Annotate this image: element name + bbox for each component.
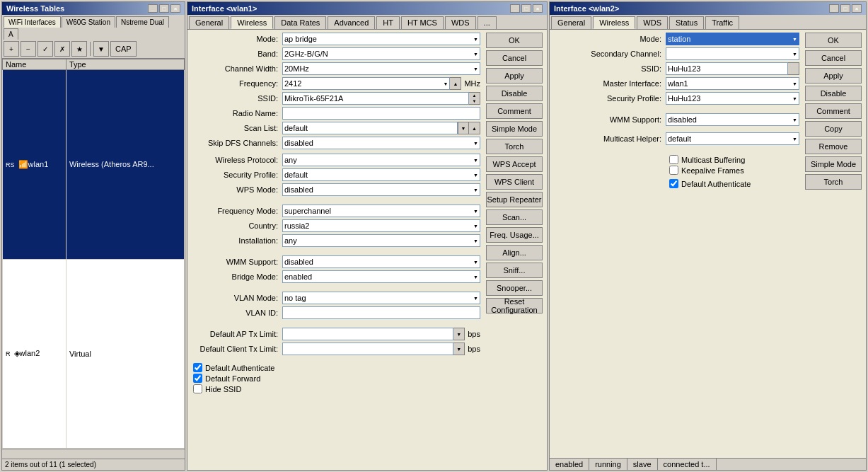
frequency-select[interactable]: 2412 ▼ <box>282 77 450 90</box>
master-interface-select[interactable]: wlan1 ▼ <box>666 77 799 90</box>
default-forward-checkbox[interactable] <box>193 374 202 383</box>
iface1-close-btn[interactable]: × <box>533 4 543 13</box>
scan-list-arrow1[interactable]: ▼ <box>458 122 469 134</box>
tab-data-rates[interactable]: Data Rates <box>274 16 326 29</box>
tab2-traffic[interactable]: Traffic <box>705 16 739 29</box>
apply2-button[interactable]: Apply <box>805 68 862 84</box>
tab2-general[interactable]: General <box>551 16 591 29</box>
table-row[interactable]: R ◈wlan2 Virtual <box>3 259 185 449</box>
iface1-minimize-btn[interactable]: _ <box>510 4 520 13</box>
maximize-btn[interactable]: □ <box>159 4 169 13</box>
vlan-id-input[interactable]: 1 <box>282 306 480 319</box>
tab-extra[interactable]: A <box>4 28 18 40</box>
cross-button[interactable]: ✗ <box>54 41 70 57</box>
radio-name-input[interactable]: CC2DE065F21A <box>282 107 480 120</box>
disable-button[interactable]: Disable <box>486 86 543 101</box>
ap-tx-select[interactable] <box>282 328 453 340</box>
ssid2-scroll-btn[interactable] <box>788 62 799 75</box>
tab2-wireless[interactable]: Wireless <box>593 16 635 29</box>
reset-config-button[interactable]: Reset Configuration <box>486 298 543 313</box>
tab-more[interactable]: ... <box>478 16 497 29</box>
freq-mode-select[interactable]: superchannel ▼ <box>282 205 480 217</box>
default-auth2-checkbox[interactable] <box>669 179 678 188</box>
simple-mode-button[interactable]: Simple Mode <box>486 121 543 137</box>
cancel-button[interactable]: Cancel <box>486 50 543 66</box>
ok2-button[interactable]: OK <box>805 33 862 48</box>
ap-tx-arrow[interactable]: ▼ <box>453 328 465 340</box>
hide-ssid-checkbox[interactable] <box>193 384 202 393</box>
ssid-scroll-btn[interactable]: ▲ ▼ <box>469 92 480 105</box>
iface2-maximize-btn[interactable]: □ <box>840 4 850 13</box>
tab-ht[interactable]: HT <box>376 16 400 29</box>
bridge-mode-select[interactable]: enabled ▼ <box>282 270 480 283</box>
iface2-close-btn[interactable]: × <box>852 4 862 13</box>
add-button[interactable]: + <box>4 41 19 57</box>
client-tx-arrow[interactable]: ▼ <box>453 343 465 355</box>
wireless-protocol-select[interactable]: any ▼ <box>282 154 480 166</box>
cancel2-button[interactable]: Cancel <box>805 50 862 66</box>
ok-button[interactable]: OK <box>486 33 543 48</box>
star-button[interactable]: ★ <box>71 41 87 57</box>
tab-wireless[interactable]: Wireless <box>231 16 273 29</box>
comment-button[interactable]: Comment <box>486 103 543 119</box>
security-profile2-select[interactable]: HuHu123 ▼ <box>666 92 799 105</box>
torch-button[interactable]: Torch <box>486 139 543 154</box>
vlan-mode-select[interactable]: no tag ▼ <box>282 292 480 304</box>
sniff-button[interactable]: Sniff... <box>486 263 543 278</box>
remove-button[interactable]: − <box>21 41 36 57</box>
channel-width-select[interactable]: 20MHz ▼ <box>282 62 480 75</box>
scan-list-select[interactable]: default <box>282 122 458 134</box>
ssid-input[interactable] <box>282 92 469 105</box>
default-auth-checkbox[interactable] <box>193 363 202 372</box>
ssid-up-btn[interactable]: ▲ <box>469 93 480 99</box>
tab-ht-mcs[interactable]: HT MCS <box>401 16 444 29</box>
tab-wds[interactable]: WDS <box>445 16 476 29</box>
remove-button[interactable]: Remove <box>805 139 862 154</box>
disable2-button[interactable]: Disable <box>805 86 862 101</box>
torch2-button[interactable]: Torch <box>805 174 862 190</box>
tab-wifi-interfaces[interactable]: WiFi Interfaces <box>4 16 61 28</box>
iface1-maximize-btn[interactable]: □ <box>521 4 531 13</box>
mode2-select[interactable]: station ▼ <box>666 33 799 45</box>
mode-select[interactable]: ap bridge ▼ <box>282 33 480 45</box>
tab-general[interactable]: General <box>189 16 229 29</box>
simple-mode2-button[interactable]: Simple Mode <box>805 156 862 172</box>
wmm-support2-select[interactable]: disabled ▼ <box>666 113 799 126</box>
filter-button[interactable]: ▼ <box>93 41 109 57</box>
scan-button[interactable]: Scan... <box>486 209 543 225</box>
minimize-btn[interactable]: _ <box>148 4 158 13</box>
setup-repeater-button[interactable]: Setup Repeater <box>486 192 543 207</box>
secondary-channel-select[interactable]: ▼ <box>666 47 799 60</box>
country-select[interactable]: russia2 ▼ <box>282 219 480 232</box>
security-profile-select[interactable]: default ▼ <box>282 168 480 181</box>
tab-nstreme-dual[interactable]: Nstreme Dual <box>116 16 169 28</box>
wps-mode-select[interactable]: disabled ▼ <box>282 183 480 196</box>
multicast-helper-select[interactable]: default ▼ <box>666 132 799 145</box>
iface2-minimize-btn[interactable]: _ <box>829 4 839 13</box>
scan-list-arrow2[interactable]: ▲ <box>469 122 480 134</box>
wps-client-button[interactable]: WPS Client <box>486 174 543 190</box>
cap-button[interactable]: CAP <box>110 41 137 57</box>
align-button[interactable]: Align... <box>486 245 543 260</box>
check-button[interactable]: ✓ <box>37 41 53 57</box>
wps-accept-button[interactable]: WPS Accept <box>486 156 543 172</box>
comment2-button[interactable]: Comment <box>805 103 862 119</box>
client-tx-select[interactable] <box>282 343 453 355</box>
snooper-button[interactable]: Snooper... <box>486 280 543 296</box>
horizontal-scrollbar[interactable] <box>2 449 185 459</box>
skip-dfs-select[interactable]: disabled ▼ <box>282 137 480 149</box>
multicast-buffering-checkbox[interactable] <box>669 155 678 164</box>
freq-up-btn[interactable]: ▲ <box>450 77 461 90</box>
tab2-status[interactable]: Status <box>669 16 704 29</box>
close-btn[interactable]: × <box>170 4 180 13</box>
freq-usage-button[interactable]: Freq. Usage... <box>486 227 543 243</box>
table-row[interactable]: RS 📶wlan1 Wireless (Atheros AR9... <box>3 70 185 260</box>
installation-select[interactable]: any ▼ <box>282 234 480 247</box>
tab2-wds[interactable]: WDS <box>637 16 668 29</box>
ssid2-input[interactable] <box>666 62 788 75</box>
copy-button[interactable]: Copy <box>805 121 862 137</box>
wmm-support-select[interactable]: disabled ▼ <box>282 255 480 268</box>
keepalive-frames-checkbox[interactable] <box>669 166 678 175</box>
tab-advanced[interactable]: Advanced <box>328 16 375 29</box>
ssid-down-btn[interactable]: ▼ <box>469 99 480 105</box>
